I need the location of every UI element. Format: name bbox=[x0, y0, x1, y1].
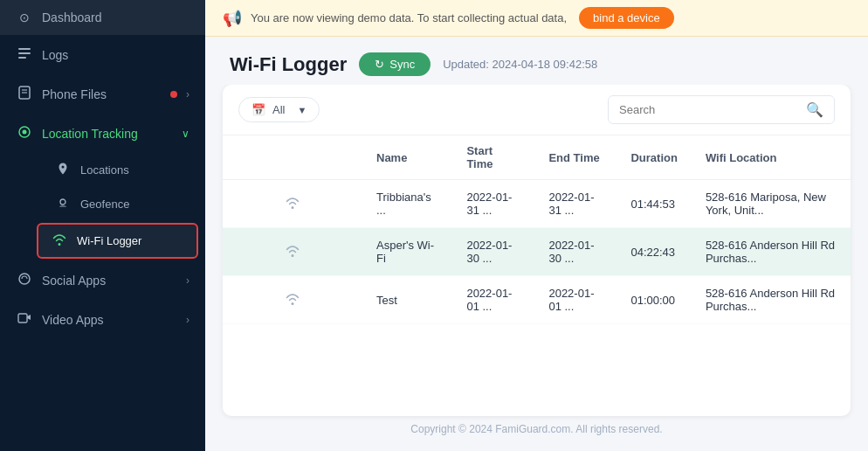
location-pin-icon bbox=[54, 162, 72, 178]
social-apps-icon bbox=[16, 271, 33, 289]
sidebar-item-label: Video Apps bbox=[42, 313, 177, 327]
dashboard-icon: ⊙ bbox=[16, 10, 33, 24]
col-name-label: Name bbox=[362, 135, 452, 180]
row-name: Asper's Wi-Fi bbox=[362, 228, 452, 276]
svg-rect-2 bbox=[18, 57, 26, 59]
demo-message: You are now viewing demo data. To start … bbox=[251, 11, 567, 24]
svg-point-9 bbox=[19, 274, 30, 284]
col-start-time: Start Time bbox=[452, 135, 534, 180]
sync-label: Sync bbox=[389, 58, 415, 71]
bind-device-button[interactable]: bind a device bbox=[579, 7, 674, 29]
col-duration: Duration bbox=[617, 135, 691, 180]
table-row[interactable]: Tribbiana's ... 2022-01-31 ... 2022-01-3… bbox=[223, 180, 851, 228]
copyright-text: Copyright © 2024 FamiGuard.com. All righ… bbox=[410, 423, 662, 435]
svg-rect-0 bbox=[18, 48, 31, 50]
sidebar-item-label: Wi-Fi Logger bbox=[77, 234, 181, 247]
table-row[interactable]: Asper's Wi-Fi 2022-01-30 ... 2022-01-30 … bbox=[223, 228, 851, 276]
updated-timestamp: Updated: 2024-04-18 09:42:58 bbox=[443, 58, 597, 71]
table-header: Name Start Time End Time Duration Wifi L… bbox=[223, 135, 851, 180]
sidebar-item-phone-files[interactable]: Phone Files › bbox=[0, 74, 205, 114]
chevron-right-icon: › bbox=[186, 314, 189, 326]
wifi-icon bbox=[51, 233, 68, 248]
row-duration: 04:22:43 bbox=[617, 228, 691, 276]
row-duration: 01:00:00 bbox=[617, 276, 691, 324]
row-location[interactable]: 528-616 Mariposa, New York, Unit... bbox=[692, 180, 851, 228]
row-end-time: 2022-01-31 ... bbox=[534, 180, 617, 228]
sidebar-item-label: Logs bbox=[42, 48, 189, 62]
video-apps-icon bbox=[16, 310, 33, 329]
sidebar-item-label: Geofence bbox=[80, 198, 189, 211]
col-name bbox=[223, 135, 362, 180]
logs-icon bbox=[16, 45, 33, 64]
page-header: Wi-Fi Logger ↻ Sync Updated: 2024-04-18 … bbox=[205, 37, 868, 85]
sidebar-item-location-tracking[interactable]: Location Tracking ∨ bbox=[0, 114, 205, 153]
svg-point-7 bbox=[23, 130, 27, 135]
geofence-icon bbox=[54, 196, 72, 212]
sidebar-item-locations[interactable]: Locations bbox=[30, 153, 205, 187]
table-row[interactable]: Test 2022-01-01 ... 2022-01-01 ... 01:00… bbox=[223, 276, 851, 324]
card-toolbar: 📅 All ▼ 🔍 bbox=[223, 85, 851, 135]
chevron-right-icon: › bbox=[186, 274, 189, 287]
row-start-time: 2022-01-31 ... bbox=[452, 180, 534, 228]
sidebar-item-logs[interactable]: Logs bbox=[0, 35, 205, 74]
chevron-right-icon: › bbox=[186, 88, 189, 101]
row-wifi-icon bbox=[223, 180, 362, 228]
row-wifi-icon bbox=[223, 276, 362, 324]
wifi-logger-card: 📅 All ▼ 🔍 Name Start Time bbox=[223, 85, 851, 416]
sidebar-item-wifi-logger[interactable]: Wi-Fi Logger bbox=[37, 223, 198, 259]
sync-button[interactable]: ↻ Sync bbox=[359, 52, 431, 76]
svg-point-8 bbox=[60, 199, 65, 205]
filter-dropdown[interactable]: 📅 All ▼ bbox=[238, 97, 320, 122]
location-tracking-submenu: Locations Geofence Wi-Fi Logger bbox=[0, 153, 205, 260]
filter-label: All bbox=[272, 103, 285, 116]
search-box: 🔍 bbox=[608, 95, 835, 124]
row-wifi-icon bbox=[223, 228, 362, 276]
notification-badge bbox=[170, 91, 177, 98]
sidebar-item-label: Dashboard bbox=[42, 10, 189, 24]
search-icon: 🔍 bbox=[806, 101, 823, 118]
row-start-time: 2022-01-01 ... bbox=[452, 276, 534, 324]
row-location[interactable]: 528-616 Anderson Hill Rd Purchas... bbox=[692, 228, 851, 276]
sidebar: ⊙ Dashboard Logs Phone Files › Location … bbox=[0, 0, 205, 451]
col-wifi-location: Wifi Location bbox=[692, 135, 851, 180]
sync-icon: ↻ bbox=[375, 58, 384, 71]
table-container: Name Start Time End Time Duration Wifi L… bbox=[223, 135, 851, 416]
sidebar-item-geofence[interactable]: Geofence bbox=[30, 187, 205, 221]
row-end-time: 2022-01-01 ... bbox=[534, 276, 617, 324]
wifi-logger-table: Name Start Time End Time Duration Wifi L… bbox=[223, 135, 851, 324]
col-end-time: End Time bbox=[534, 135, 617, 180]
row-end-time: 2022-01-30 ... bbox=[534, 228, 617, 276]
demo-banner: 📢 You are now viewing demo data. To star… bbox=[205, 0, 868, 37]
chevron-down-icon: ▼ bbox=[297, 105, 307, 115]
page-title: Wi-Fi Logger bbox=[230, 53, 347, 76]
search-input[interactable] bbox=[619, 103, 799, 116]
content-area: 📅 All ▼ 🔍 Name Start Time bbox=[205, 85, 868, 451]
svg-rect-10 bbox=[18, 314, 27, 323]
sidebar-item-label: Phone Files bbox=[42, 87, 162, 101]
sidebar-item-dashboard[interactable]: ⊙ Dashboard bbox=[0, 0, 205, 35]
row-location[interactable]: 528-616 Anderson Hill Rd Purchas... bbox=[692, 276, 851, 324]
phone-files-icon bbox=[16, 85, 33, 103]
footer: Copyright © 2024 FamiGuard.com. All righ… bbox=[223, 416, 851, 442]
sidebar-item-social-apps[interactable]: Social Apps › bbox=[0, 260, 205, 300]
chevron-down-icon: ∨ bbox=[182, 128, 189, 140]
svg-rect-1 bbox=[18, 52, 31, 54]
calendar-icon: 📅 bbox=[251, 103, 265, 116]
table-body: Tribbiana's ... 2022-01-31 ... 2022-01-3… bbox=[223, 180, 851, 324]
row-name: Test bbox=[362, 276, 452, 324]
sidebar-item-label: Social Apps bbox=[42, 274, 177, 288]
main-content: 📢 You are now viewing demo data. To star… bbox=[205, 0, 868, 451]
row-start-time: 2022-01-30 ... bbox=[452, 228, 534, 276]
sidebar-item-video-apps[interactable]: Video Apps › bbox=[0, 300, 205, 339]
location-tracking-icon bbox=[16, 124, 33, 142]
sidebar-item-label: Location Tracking bbox=[42, 127, 173, 141]
row-name: Tribbiana's ... bbox=[362, 180, 452, 228]
sidebar-item-label: Locations bbox=[80, 163, 189, 177]
row-duration: 01:44:53 bbox=[617, 180, 691, 228]
announcement-icon: 📢 bbox=[223, 9, 242, 28]
